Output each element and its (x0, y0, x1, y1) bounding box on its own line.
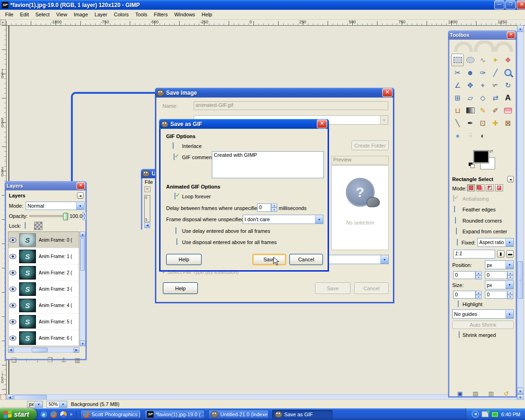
layers-scroll-right[interactable]: ▶ (74, 347, 79, 353)
taskbar-task-untitled-21-0-indexe-[interactable]: Untitled-21.0 (indexe... (208, 410, 269, 419)
menu-image[interactable]: Image (70, 10, 91, 19)
menu-tools[interactable]: Tools (132, 10, 151, 19)
disposal-combo[interactable]: I don't care ▼ (243, 215, 323, 224)
visibility-eye-icon[interactable] (9, 303, 16, 308)
select-by-color-tool[interactable]: ❖ (502, 54, 514, 66)
position-unit-combo[interactable]: px ▼ (485, 260, 514, 269)
save-image-cancel-button[interactable]: Cancel (354, 282, 389, 294)
layers-scroll-left[interactable]: ◀ (8, 347, 14, 353)
layer-row[interactable]: SAnim Frame: 0 ( (8, 232, 79, 248)
firefox-icon[interactable] (50, 411, 57, 418)
free-select-tool[interactable]: ∿ (476, 54, 489, 66)
rectangle-select-tool[interactable] (451, 54, 464, 66)
fuzzy-select-tool[interactable]: ✦ (489, 54, 502, 66)
airbrush-tool[interactable]: ╲ (451, 117, 464, 129)
size-y-spinner[interactable]: 0 ▲▼ (485, 291, 513, 299)
raise-layer-button[interactable]: ↑ (25, 357, 28, 363)
lower-layer-button[interactable]: ↓ (36, 357, 39, 363)
gif-comment-textarea[interactable]: Created with GIMP (212, 151, 324, 178)
toolbox-close-button[interactable]: ✕ (507, 31, 515, 39)
position-y-spinner[interactable]: 0 ▲▼ (485, 271, 513, 279)
create-folder-button[interactable]: Create Folder (351, 140, 389, 150)
unit-combo[interactable]: px ▼ (27, 401, 43, 408)
maximize-button[interactable]: ❐ (505, 0, 516, 9)
bucket-fill-tool[interactable]: ⊔ (451, 104, 464, 117)
fixed-checkbox[interactable] (457, 239, 458, 245)
gif-comment-checkbox[interactable] (174, 154, 175, 160)
visibility-eye-icon[interactable] (9, 319, 16, 324)
pencil-tool[interactable]: ✎ (476, 104, 489, 117)
untitled-ruler-button[interactable]: ▸ (144, 186, 151, 192)
visibility-eye-icon[interactable] (9, 254, 16, 259)
size-unit-combo[interactable]: px ▼ (485, 280, 514, 289)
taskbar-task-scott-photographics-[interactable]: Scott Photographics |... (80, 410, 141, 419)
zoom-tool[interactable] (502, 66, 514, 79)
taskbar-task--favion-1-jpg-19-0-[interactable]: SP*favion(1).jpg-19.0 (... (144, 410, 205, 419)
media-player-icon[interactable] (60, 411, 67, 418)
shear-tool[interactable]: ▱ (464, 91, 476, 104)
close-button[interactable]: ✕ (517, 0, 525, 9)
save-image-close-button[interactable]: ✕ (382, 88, 392, 97)
layer-row[interactable]: SAnim Frame: 3 ( (8, 281, 79, 297)
menu-select[interactable]: Select (32, 10, 53, 19)
opacity-slider-handle[interactable] (63, 213, 68, 220)
align-tool[interactable]: ⌖ (476, 79, 489, 91)
mode-subtract-button[interactable] (486, 184, 494, 191)
use-disposal-checkbox[interactable] (176, 238, 177, 245)
dodge-burn-tool[interactable]: ◐ (476, 129, 489, 142)
opacity-slider[interactable] (29, 215, 66, 217)
menu-edit[interactable]: Edit (17, 10, 32, 19)
swap-colors-icon[interactable]: ⇄ (490, 149, 493, 154)
visibility-eye-icon[interactable] (9, 287, 16, 292)
foreground-select-tool[interactable]: ☻ (464, 66, 476, 79)
landscape-orientation-button[interactable]: ▬ (506, 250, 514, 258)
menu-file[interactable]: File (2, 10, 17, 19)
opacity-spinner[interactable]: ▲▼ (83, 212, 86, 219)
lock-pattern-button[interactable] (34, 222, 42, 230)
menu-view[interactable]: View (53, 10, 70, 19)
flip-tool[interactable]: ⇄ (489, 91, 502, 104)
quick-launch-more-icon[interactable]: » (70, 412, 73, 417)
delay-spinner[interactable]: 0 ▲▼ (257, 203, 277, 212)
layers-scroll-up[interactable]: ▲ (80, 231, 85, 237)
new-layer-button[interactable]: ❏ (11, 357, 17, 363)
scale-tool[interactable]: ⊞ (451, 91, 464, 104)
text-tool[interactable]: A (502, 91, 514, 104)
mode-add-button[interactable] (476, 184, 484, 191)
gif-save-button[interactable]: Save (252, 254, 286, 265)
duplicate-layer-button[interactable]: ❐ (47, 357, 53, 363)
feather-edges-checkbox[interactable] (454, 206, 455, 212)
fixed-combo[interactable]: Aspect ratio ▼ (477, 238, 514, 247)
untitled-scroll-left[interactable]: ◀ (144, 223, 150, 228)
perspective-tool[interactable]: ◇ (476, 91, 489, 104)
tool-options-menu-button[interactable]: ◂ (507, 176, 514, 182)
rounded-corners-checkbox[interactable] (455, 217, 456, 224)
portrait-orientation-button[interactable]: ▮ (497, 250, 504, 258)
antialiasing-checkbox[interactable] (453, 195, 454, 202)
layers-vscrollbar-thumb[interactable] (80, 238, 85, 271)
menu-colors[interactable]: Colors (111, 10, 132, 19)
highlight-checkbox[interactable] (458, 301, 459, 307)
size-x-spinner[interactable]: 0 ▲▼ (453, 291, 482, 299)
layer-row[interactable]: SAnim Frame: 5 ( (8, 314, 79, 330)
restore-options-button[interactable]: ▨ (473, 391, 478, 397)
menu-layer[interactable]: Layer (91, 10, 111, 19)
reset-options-button[interactable]: ↺ (504, 391, 509, 397)
interlace-checkbox[interactable] (173, 142, 174, 149)
guides-combo[interactable]: No guides ▼ (452, 309, 514, 319)
gif-cancel-button[interactable]: Cancel (289, 254, 323, 265)
smudge-tool[interactable]: ☟ (464, 129, 476, 142)
scissors-select-tool[interactable]: ✂ (451, 66, 464, 79)
clone-tool[interactable]: ⊡ (476, 117, 489, 129)
layer-row[interactable]: SAnim Frame: 2 ( (8, 265, 79, 281)
wireless-network-icon[interactable] (482, 411, 489, 417)
visibility-eye-icon[interactable] (9, 270, 16, 275)
gif-help-button[interactable]: Help (166, 254, 202, 265)
save-options-button[interactable]: ▣ (457, 391, 463, 397)
taskbar-task-save-as-gif[interactable]: Save as GIF (272, 410, 333, 419)
layer-row[interactable]: SAnim Frame: 6 ( (8, 330, 79, 346)
delete-layer-button[interactable]: ▥ (75, 357, 80, 363)
internet-explorer-icon[interactable]: e (41, 411, 47, 418)
menu-filters[interactable]: Filters (151, 10, 171, 19)
mode-intersect-button[interactable] (495, 184, 503, 191)
